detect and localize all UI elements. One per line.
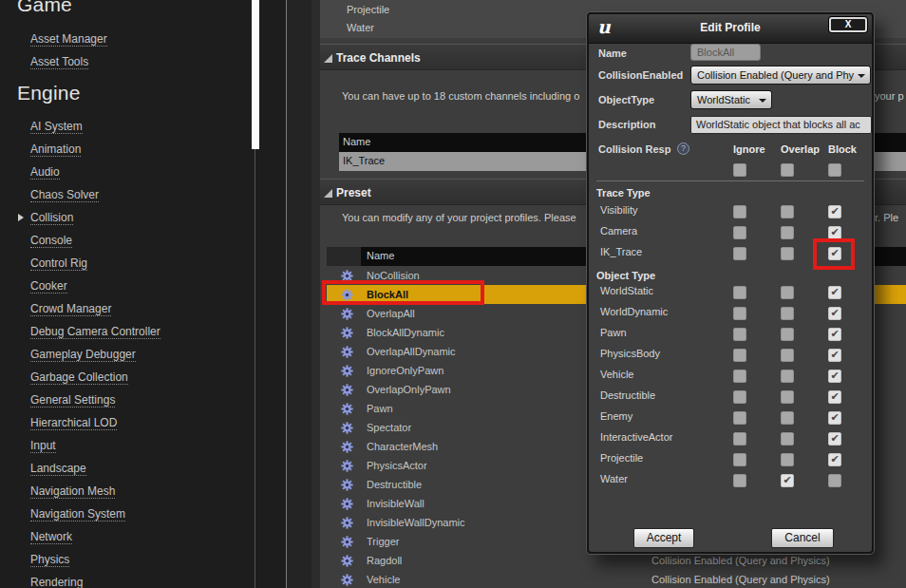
worlddynamic-overlap-checkbox[interactable]: [781, 307, 794, 320]
worldstatic-ignore-checkbox[interactable]: [733, 286, 746, 299]
water-ignore-checkbox[interactable]: [733, 474, 746, 487]
gear-icon: [341, 421, 353, 433]
sidebar-strip: [287, 0, 312, 588]
destructible-overlap-checkbox[interactable]: [781, 390, 794, 404]
camera-overlap-checkbox[interactable]: [781, 226, 794, 239]
physicsbody-overlap-checkbox[interactable]: [781, 349, 794, 362]
preset-name: InvisibleWall: [367, 498, 425, 509]
visibility-overlap-checkbox[interactable]: [781, 205, 794, 218]
water-overlap-checkbox[interactable]: ✔: [781, 474, 794, 487]
water-block-checkbox[interactable]: [828, 474, 841, 487]
projectile-ignore-checkbox[interactable]: [733, 453, 746, 466]
project-settings-window: GameAsset ManagerAsset ToolsEngineAI Sys…: [0, 0, 906, 588]
sidebar-item-console[interactable]: Console: [30, 235, 72, 248]
sidebar-item-crowd-manager[interactable]: Crowd Manager: [30, 303, 111, 316]
ik-trace-ignore-checkbox[interactable]: [733, 247, 746, 260]
edit-profile-dialog-body: u Edit Profile X Name BlockAll Collision…: [589, 14, 872, 552]
destructible-block-checkbox[interactable]: ✔: [828, 390, 841, 404]
worlddynamic-block-checkbox[interactable]: ✔: [828, 307, 841, 320]
section-title: Preset: [336, 186, 371, 199]
enemy-ignore-checkbox[interactable]: [733, 411, 746, 425]
all-overlap-checkbox[interactable]: [781, 163, 794, 177]
sidebar-scrollbar-track[interactable]: [255, 149, 255, 588]
worldstatic-overlap-checkbox[interactable]: [781, 286, 794, 299]
pawn-ignore-checkbox[interactable]: [733, 328, 746, 341]
dialog-titlebar[interactable]: u Edit Profile X: [589, 14, 872, 44]
sidebar-item-physics[interactable]: Physics: [30, 554, 69, 567]
sidebar-item-asset-tools[interactable]: Asset Tools: [30, 56, 88, 69]
vehicle-ignore-checkbox[interactable]: [733, 370, 746, 383]
physicsbody-ignore-checkbox[interactable]: [733, 349, 746, 362]
sidebar-item-garbage-collection[interactable]: Garbage Collection: [30, 371, 128, 385]
sidebar-item-general-settings[interactable]: General Settings: [30, 394, 115, 408]
object-type-group-label: Object Type: [596, 270, 655, 281]
preset-row-vehicle[interactable]: VehicleCollision Enabled (Query and Phys…: [327, 570, 906, 588]
response-row-label-worldstatic: WorldStatic: [600, 285, 653, 296]
sidebar-item-network[interactable]: Network: [30, 531, 72, 544]
sidebar-item-control-rig[interactable]: Control Rig: [30, 257, 87, 271]
sidebar-item-animation[interactable]: Animation: [30, 143, 81, 157]
selected-item-caret-icon: [18, 214, 24, 221]
all-block-checkbox[interactable]: [828, 163, 841, 177]
preset-description: You can modify any of your project profi…: [342, 212, 576, 223]
sidebar-section-title-engine: Engine: [17, 82, 81, 104]
sidebar-item-hierarchical-lod[interactable]: Hierarchical LOD: [30, 417, 117, 430]
name-field[interactable]: BlockAll: [690, 44, 761, 61]
sidebar-item-asset-manager[interactable]: Asset Manager: [30, 33, 107, 47]
visibility-block-checkbox[interactable]: ✔: [828, 205, 841, 218]
destructible-ignore-checkbox[interactable]: [733, 390, 746, 404]
response-row-label-visibility: Visibility: [600, 204, 638, 216]
enemy-block-checkbox[interactable]: ✔: [828, 411, 841, 425]
preset-name: Vehicle: [367, 574, 400, 585]
sidebar-item-gameplay-debugger[interactable]: Gameplay Debugger: [30, 349, 136, 362]
sidebar-item-audio[interactable]: Audio: [30, 166, 60, 180]
interactiveactor-ignore-checkbox[interactable]: [733, 432, 746, 446]
projectile-overlap-checkbox[interactable]: [781, 453, 794, 466]
response-row-label-ik-trace: IK_Trace: [600, 246, 642, 257]
sidebar-item-cooker[interactable]: Cooker: [30, 280, 67, 294]
accept-button[interactable]: Accept: [633, 528, 694, 548]
help-icon[interactable]: ?: [677, 142, 689, 155]
object-channel-row[interactable]: Water: [347, 22, 374, 33]
divider: [596, 180, 864, 181]
sidebar-item-navigation-system[interactable]: Navigation System: [30, 508, 125, 522]
sidebar-scrollbar-thumb[interactable]: [252, 0, 259, 149]
ik-trace-overlap-checkbox[interactable]: [781, 247, 794, 260]
ik-trace-block-checkbox[interactable]: ✔: [828, 247, 841, 260]
projectile-block-checkbox[interactable]: ✔: [828, 453, 841, 466]
sidebar-item-rendering[interactable]: Rendering: [30, 577, 83, 588]
close-icon[interactable]: X: [829, 17, 867, 32]
gear-icon: [341, 573, 353, 585]
sidebar-item-ai-system[interactable]: AI System: [30, 121, 83, 134]
gear-icon: [341, 383, 353, 395]
pawn-block-checkbox[interactable]: ✔: [828, 328, 841, 341]
sidebar-item-chaos-solver[interactable]: Chaos Solver: [30, 189, 99, 202]
physicsbody-block-checkbox[interactable]: ✔: [828, 349, 841, 362]
interactiveactor-overlap-checkbox[interactable]: [781, 432, 794, 446]
all-ignore-checkbox[interactable]: [733, 163, 746, 177]
enemy-overlap-checkbox[interactable]: [781, 411, 794, 425]
sidebar-item-debug-camera-controller[interactable]: Debug Camera Controller: [30, 326, 160, 339]
sidebar-item-collision[interactable]: Collision: [30, 212, 73, 225]
sidebar-item-navigation-mesh[interactable]: Navigation Mesh: [30, 485, 115, 499]
object-type-dropdown[interactable]: WorldStatic: [690, 90, 772, 109]
camera-ignore-checkbox[interactable]: [733, 226, 746, 239]
cancel-button[interactable]: Cancel: [771, 528, 834, 548]
visibility-ignore-checkbox[interactable]: [733, 205, 746, 218]
camera-block-checkbox[interactable]: ✔: [828, 226, 841, 239]
pawn-overlap-checkbox[interactable]: [781, 328, 794, 341]
interactiveactor-block-checkbox[interactable]: ✔: [828, 432, 841, 446]
vehicle-overlap-checkbox[interactable]: [781, 370, 794, 383]
sidebar-item-input[interactable]: Input: [30, 440, 56, 453]
worlddynamic-ignore-checkbox[interactable]: [733, 307, 746, 320]
collision-enabled-dropdown[interactable]: Collision Enabled (Query and Phy: [690, 66, 871, 85]
response-row-label-pawn: Pawn: [600, 327, 627, 338]
vehicle-block-checkbox[interactable]: ✔: [828, 370, 841, 383]
object-channel-row[interactable]: Projectile: [347, 4, 389, 15]
worldstatic-block-checkbox[interactable]: ✔: [828, 286, 841, 299]
description-label: Description: [598, 119, 656, 130]
ignore-column-header: Ignore: [733, 143, 765, 155]
description-field[interactable]: WorldStatic object that blocks all ac: [690, 116, 872, 134]
collision-enabled-value: Collision Enabled (Query and Phy: [697, 69, 854, 81]
sidebar-item-landscape[interactable]: Landscape: [30, 463, 86, 476]
